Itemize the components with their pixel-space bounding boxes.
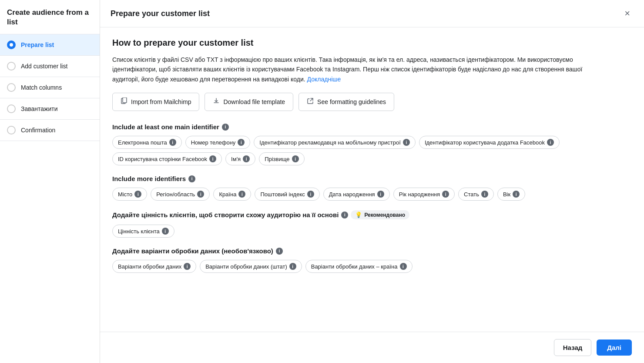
sidebar-item-upload[interactable]: Завантажити — [0, 98, 100, 120]
tag[interactable]: ID користувача сторінки Facebook i — [112, 152, 222, 165]
tag-label: Електронна пошта — [118, 139, 167, 146]
formatting-guidelines-button[interactable]: See formatting guidelines — [299, 93, 394, 111]
sidebar-item-add-customer-list[interactable]: Add customer list — [0, 56, 100, 77]
tag-info-icon[interactable]: i — [238, 191, 245, 198]
tag-info-icon[interactable]: i — [238, 139, 245, 146]
tag-label: Вік — [503, 191, 510, 198]
tag[interactable]: Номер телефону i — [185, 136, 251, 149]
tag-info-icon[interactable]: i — [184, 263, 191, 270]
main-panel: Prepare your customer list × How to prep… — [100, 0, 644, 363]
sidebar-title: Create audience from a list — [0, 0, 100, 34]
main-identifier-label: Include at least one main identifier i — [112, 123, 632, 131]
tag-info-icon[interactable]: i — [400, 263, 407, 270]
main-identifiers-tags: Електронна пошта i Номер телефону i Іден… — [112, 136, 632, 165]
tag-info-icon[interactable]: i — [377, 191, 384, 198]
tag-info-icon[interactable]: i — [169, 139, 176, 146]
tag-info-icon[interactable]: i — [547, 139, 554, 146]
download-template-label: Download file template — [223, 98, 285, 105]
more-identifier-label: Include more identifiers i — [112, 175, 632, 182]
sidebar-label-prepare-list: Prepare list — [21, 41, 54, 48]
import-mailchimp-icon — [121, 97, 127, 106]
customer-value-section: Додайте цінність клієнтів, щоб створити … — [112, 210, 632, 238]
sidebar-item-prepare-list[interactable]: Prepare list — [0, 34, 100, 56]
tag-info-icon[interactable]: i — [292, 155, 299, 162]
tag-label: Варіанти обробки даних — [118, 263, 181, 270]
section-title: How to prepare your customer list — [112, 38, 632, 48]
tag[interactable]: Місто i — [112, 188, 147, 201]
data-processing-info-icon[interactable]: i — [276, 248, 283, 255]
tag-label: Варіанти обробки даних – країна — [311, 263, 398, 270]
tag-info-icon[interactable]: i — [481, 191, 488, 198]
main-header-title: Prepare your customer list — [111, 9, 210, 18]
close-button[interactable]: × — [621, 7, 634, 20]
tag-label: Ідентифікатор користувача додатка Facebo… — [425, 139, 545, 146]
tag[interactable]: Ім'я i — [225, 152, 255, 165]
tag-label: Ідентифікатор рекламодавця на мобільному… — [259, 139, 401, 146]
tag-info-icon[interactable]: i — [513, 191, 520, 198]
tag[interactable]: Регіон/область i — [151, 188, 210, 201]
back-button[interactable]: Назад — [554, 339, 591, 356]
sidebar-label-match-columns: Match columns — [21, 84, 62, 91]
tag-info-icon[interactable]: i — [442, 191, 449, 198]
bulb-icon: 💡 — [355, 212, 362, 218]
tag[interactable]: Електронна пошта i — [112, 136, 182, 149]
tag[interactable]: Ідентифікатор рекламодавця на мобільному… — [254, 136, 416, 149]
more-identifier-info-icon[interactable]: i — [188, 175, 195, 182]
recommended-badge: 💡 Рекомендовано — [351, 210, 409, 219]
tag[interactable]: Поштовий індекс i — [255, 188, 319, 201]
tag[interactable]: Прізвище i — [259, 152, 304, 165]
download-template-button[interactable]: Download file template — [205, 93, 293, 111]
action-buttons-row: Import from Mailchimp Download file temp… — [112, 93, 632, 111]
customer-value-tags: Цінність клієнта i — [112, 225, 632, 238]
sidebar-item-match-columns[interactable]: Match columns — [0, 77, 100, 98]
formatting-guidelines-icon — [307, 97, 314, 106]
data-processing-tags: Варіанти обробки даних i Варіанти обробк… — [112, 260, 632, 273]
next-button[interactable]: Далі — [597, 339, 632, 356]
sidebar-circle-confirmation — [7, 126, 16, 134]
tag-label: Варіанти обробки даних (штат) — [205, 263, 287, 270]
customer-value-info-icon[interactable]: i — [341, 212, 348, 218]
tag-info-icon[interactable]: i — [197, 191, 204, 198]
tag[interactable]: Цінність клієнта i — [112, 225, 174, 238]
tag-label: Місто — [118, 191, 132, 198]
download-template-icon — [213, 97, 220, 106]
tag[interactable]: Вік i — [497, 188, 525, 201]
tag-label: Дата народження — [329, 191, 375, 198]
tag[interactable]: Країна i — [213, 188, 251, 201]
sidebar-circle-prepare-list — [7, 40, 16, 49]
tag-info-icon[interactable]: i — [134, 191, 141, 198]
sidebar-circle-add-customer-list — [7, 62, 16, 71]
tag[interactable]: Варіанти обробки даних – країна i — [305, 260, 413, 273]
tag[interactable]: Дата народження i — [323, 188, 390, 201]
tag-info-icon[interactable]: i — [289, 263, 296, 270]
formatting-guidelines-label: See formatting guidelines — [317, 98, 386, 105]
description-body: Список клієнтів у файлі CSV або TXT з ін… — [112, 56, 582, 83]
tag-label: Номер телефону — [191, 139, 236, 146]
tag-label: Ім'я — [231, 156, 241, 162]
description-link[interactable]: Докладніше — [307, 76, 341, 83]
sidebar-label-upload: Завантажити — [21, 105, 58, 112]
tag-info-icon[interactable]: i — [307, 191, 314, 198]
sidebar-circle-upload — [7, 104, 16, 113]
tag[interactable]: Рік народження i — [393, 188, 455, 201]
tag[interactable]: Варіанти обробки даних (штат) i — [200, 260, 302, 273]
import-mailchimp-button[interactable]: Import from Mailchimp — [112, 93, 199, 111]
tag[interactable]: Варіанти обробки даних i — [112, 260, 196, 273]
tag-info-icon[interactable]: i — [403, 139, 410, 146]
more-identifiers-section: Include more identifiers i Місто i Регіо… — [112, 175, 632, 201]
tag-info-icon[interactable]: i — [209, 155, 216, 162]
tag[interactable]: Стать i — [458, 188, 494, 201]
tag[interactable]: Ідентифікатор користувача додатка Facebo… — [419, 136, 560, 149]
description-text: Список клієнтів у файлі CSV або TXT з ін… — [112, 55, 591, 84]
tag-label: Цінність клієнта — [118, 228, 160, 235]
sidebar-label-add-customer-list: Add customer list — [21, 63, 67, 70]
tag-label: Стать — [464, 191, 479, 198]
main-identifier-info-icon[interactable]: i — [222, 124, 229, 131]
sidebar-item-confirmation[interactable]: Confirmation — [0, 120, 100, 141]
tag-label: Поштовий індекс — [260, 191, 305, 198]
tag-info-icon[interactable]: i — [162, 228, 169, 235]
sidebar-circle-match-columns — [7, 83, 16, 92]
main-content: How to prepare your customer list Список… — [100, 27, 644, 332]
customer-value-label: Додайте цінність клієнтів, щоб створити … — [112, 210, 632, 219]
tag-info-icon[interactable]: i — [243, 155, 250, 162]
